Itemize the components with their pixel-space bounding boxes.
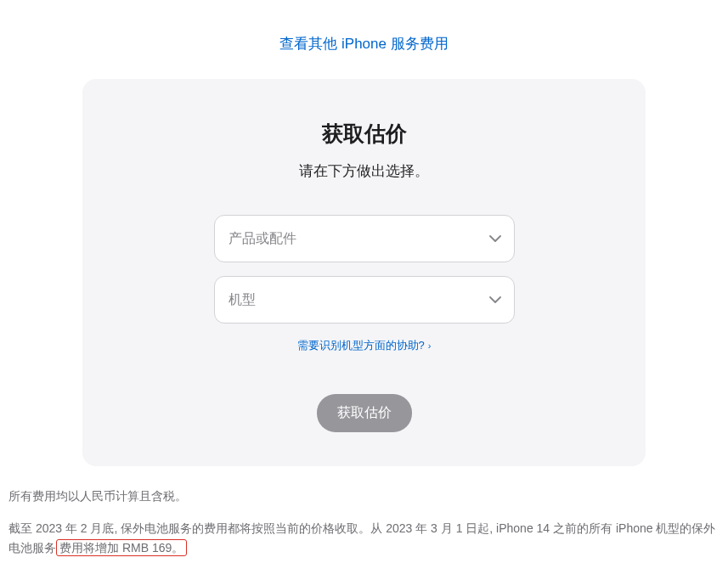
- footer-text: 所有费用均以人民币计算且含税。 截至 2023 年 2 月底, 保外电池服务的费…: [0, 466, 728, 557]
- top-link-container: 查看其他 iPhone 服务费用: [0, 0, 728, 79]
- help-link-container: 需要识别机型方面的协助?›: [116, 337, 612, 353]
- identify-model-help-link[interactable]: 需要识别机型方面的协助?›: [297, 339, 432, 352]
- footer-line-1: 所有费用均以人民币计算且含税。: [8, 487, 720, 505]
- estimate-card: 获取估价 请在下方做出选择。 产品或配件 机型 需要识别机型方面的协助?› 获取…: [82, 79, 646, 466]
- product-select-wrapper: 产品或配件: [214, 215, 515, 262]
- model-select[interactable]: 机型: [214, 276, 515, 324]
- get-estimate-button[interactable]: 获取估价: [317, 394, 412, 432]
- chevron-right-icon: ›: [428, 341, 432, 351]
- model-select-wrapper: 机型: [214, 276, 515, 324]
- card-subtitle: 请在下方做出选择。: [116, 161, 612, 181]
- other-iphone-services-link[interactable]: 查看其他 iPhone 服务费用: [279, 36, 448, 52]
- product-select[interactable]: 产品或配件: [214, 215, 515, 262]
- price-increase-highlight: 费用将增加 RMB 169。: [56, 539, 187, 556]
- help-link-label: 需要识别机型方面的协助?: [297, 339, 425, 352]
- card-title: 获取估价: [116, 120, 612, 148]
- page-container: 查看其他 iPhone 服务费用 获取估价 请在下方做出选择。 产品或配件 机型…: [0, 0, 728, 557]
- footer-line-2: 截至 2023 年 2 月底, 保外电池服务的费用都将按照当前的价格收取。从 2…: [8, 519, 720, 557]
